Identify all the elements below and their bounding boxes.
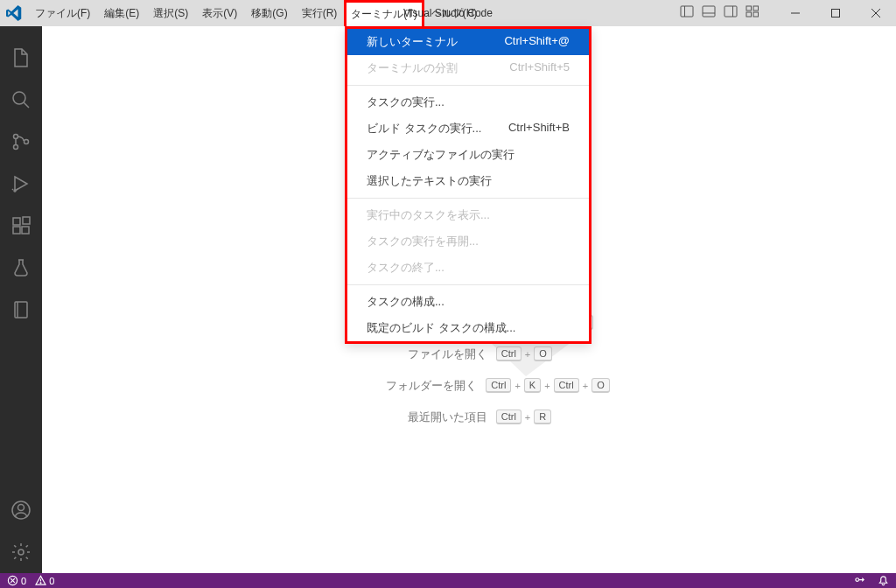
menu-separator <box>347 85 589 86</box>
app-title: Visual Studio Code <box>403 7 493 19</box>
notifications-bell-icon[interactable] <box>878 575 889 586</box>
statusbar: 0 0 <box>0 573 896 588</box>
menu-item: タスクの終了... <box>347 255 589 281</box>
menu-item[interactable]: 新しいターミナルCtrl+Shift+@ <box>347 29 589 55</box>
svg-rect-2 <box>703 6 715 17</box>
toggle-primary-sidebar-icon[interactable] <box>680 4 694 22</box>
shortcut-label: 最近開いた項目 <box>339 410 487 425</box>
window-minimize-button[interactable] <box>775 0 816 26</box>
testing-icon[interactable] <box>0 247 42 289</box>
menu-view[interactable]: 表示(V) <box>195 0 244 26</box>
explorer-icon[interactable] <box>0 37 42 79</box>
search-icon[interactable] <box>0 79 42 121</box>
kbd-key: Ctrl <box>496 346 522 361</box>
layout-buttons <box>680 4 760 22</box>
svg-point-17 <box>14 145 18 150</box>
svg-rect-9 <box>753 12 759 17</box>
menu-item: 実行中のタスクを表示... <box>347 202 589 228</box>
svg-rect-8 <box>746 12 752 17</box>
warning-count: 0 <box>49 576 54 586</box>
kbd-key: Ctrl <box>496 410 522 424</box>
shortcut-label: フォルダーを開く <box>328 378 477 394</box>
window-maximize-button[interactable] <box>816 0 856 26</box>
menu-item-label: アクティブなファイルの実行 <box>367 147 514 163</box>
svg-point-33 <box>40 583 41 584</box>
menu-item-label: タスクの実行を再開... <box>367 234 479 249</box>
run-debug-icon[interactable] <box>0 163 42 205</box>
svg-point-19 <box>14 190 16 192</box>
feedback-icon[interactable] <box>854 575 865 586</box>
menu-item[interactable]: タスクの構成... <box>347 289 589 315</box>
settings-gear-icon[interactable] <box>0 531 42 573</box>
activitybar <box>0 26 42 573</box>
kbd-key: Ctrl <box>486 378 511 393</box>
shortcut-label: ファイルを開く <box>339 346 487 362</box>
svg-rect-4 <box>724 6 737 17</box>
vscode-logo-icon <box>6 5 22 21</box>
svg-rect-6 <box>746 6 752 10</box>
kbd-key: O <box>592 378 610 393</box>
menu-item: ターミナルの分割Ctrl+Shift+5 <box>347 55 589 81</box>
menu-item-shortcut: Ctrl+Shift+@ <box>504 34 570 50</box>
menu-file[interactable]: ファイル(F) <box>28 0 97 26</box>
shortcut-row: 最近開いた項目Ctrl+R <box>328 410 609 425</box>
menu-item-label: 実行中のタスクを表示... <box>367 207 490 223</box>
svg-point-14 <box>13 92 25 104</box>
accounts-icon[interactable] <box>0 489 42 531</box>
kbd-key: Ctrl <box>554 378 579 393</box>
extensions-icon[interactable] <box>0 205 42 247</box>
menu-go[interactable]: 移動(G) <box>244 0 294 26</box>
shortcut-row: フォルダーを開くCtrl+K+Ctrl+O <box>328 378 609 394</box>
svg-rect-24 <box>15 302 27 318</box>
error-icon <box>7 575 18 586</box>
menu-separator <box>347 198 589 199</box>
toggle-secondary-sidebar-icon[interactable] <box>724 4 738 22</box>
menu-item-label: ビルド タスクの実行... <box>367 121 481 136</box>
menu-item[interactable]: タスクの実行... <box>347 89 589 116</box>
warning-icon <box>35 575 46 586</box>
menu-run[interactable]: 実行(R) <box>295 0 345 26</box>
kbd-key: O <box>534 346 552 361</box>
menu-separator <box>347 284 589 285</box>
svg-rect-0 <box>681 6 693 17</box>
menu-item-shortcut: Ctrl+Shift+5 <box>509 60 570 76</box>
menu-item: タスクの実行を再開... <box>347 228 589 255</box>
menu-item[interactable]: 既定のビルド タスクの構成... <box>347 315 589 341</box>
svg-rect-7 <box>753 6 759 10</box>
menu-item[interactable]: アクティブなファイルの実行 <box>347 142 589 168</box>
svg-rect-23 <box>23 217 30 224</box>
terminal-menu-dropdown: 新しいターミナルCtrl+Shift+@ターミナルの分割Ctrl+Shift+5… <box>345 26 592 344</box>
error-count: 0 <box>21 576 26 586</box>
svg-point-27 <box>18 505 24 511</box>
customize-layout-icon[interactable] <box>746 4 760 22</box>
menu-item-label: タスクの実行... <box>367 94 444 110</box>
menu-item-label: 選択したテキストの実行 <box>367 173 492 189</box>
menu-item-label: タスクの終了... <box>367 260 444 276</box>
menu-item-label: ターミナルの分割 <box>367 60 458 76</box>
svg-rect-20 <box>13 218 20 225</box>
shortcut-row: ファイルを開くCtrl+O <box>328 346 609 362</box>
svg-point-16 <box>14 135 18 139</box>
menu-selection[interactable]: 選択(S) <box>146 0 195 26</box>
menu-edit[interactable]: 編集(E) <box>97 0 146 26</box>
shortcut-keys: Ctrl+R <box>496 410 610 424</box>
menu-item-label: 新しいターミナル <box>367 34 458 50</box>
status-problems[interactable]: 0 0 <box>7 575 54 586</box>
svg-rect-22 <box>22 227 29 234</box>
svg-line-15 <box>24 102 29 108</box>
titlebar-right <box>680 0 896 26</box>
menu-item-shortcut: Ctrl+Shift+B <box>508 121 570 136</box>
window-close-button[interactable] <box>856 0 896 26</box>
menu-item-label: 既定のビルド タスクの構成... <box>367 320 515 336</box>
references-icon[interactable] <box>0 289 42 331</box>
source-control-icon[interactable] <box>0 121 42 163</box>
menu-item[interactable]: ビルド タスクの実行...Ctrl+Shift+B <box>347 116 589 142</box>
svg-point-18 <box>24 140 29 144</box>
svg-point-34 <box>856 578 859 582</box>
shortcut-keys: Ctrl+K+Ctrl+O <box>486 378 609 393</box>
menu-item[interactable]: 選択したテキストの実行 <box>347 168 589 194</box>
kbd-key: K <box>524 378 541 393</box>
svg-point-28 <box>18 550 24 555</box>
toggle-panel-icon[interactable] <box>702 4 716 22</box>
menu-item-label: タスクの構成... <box>367 294 444 310</box>
